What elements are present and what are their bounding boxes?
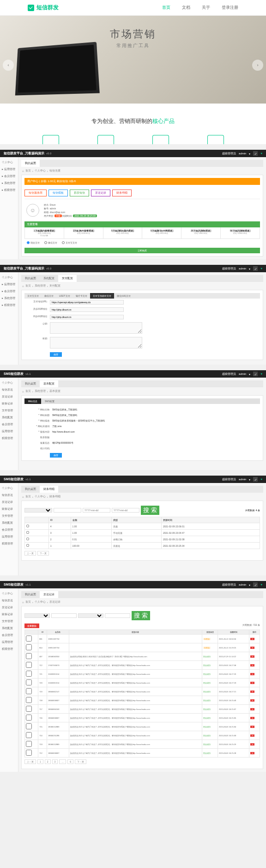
delete-button[interactable]: ✕ xyxy=(250,717,254,719)
search-input[interactable] xyxy=(54,508,81,513)
sidebar-top[interactable]: 个人中心 xyxy=(0,159,18,166)
form-input[interactable] xyxy=(50,300,124,305)
delete-button[interactable]: ✕ xyxy=(250,647,254,649)
nav-about[interactable]: 关于 xyxy=(202,5,210,11)
heart-icon[interactable]: ♥ xyxy=(260,478,262,481)
chevron-down-icon[interactable]: ▾ xyxy=(249,267,250,270)
row-checkbox[interactable] xyxy=(26,525,29,527)
row-checkbox[interactable] xyxy=(26,732,32,738)
row-checkbox[interactable] xyxy=(26,662,32,668)
page-link[interactable]: 上一页 xyxy=(24,759,36,764)
row-checkbox[interactable] xyxy=(26,750,32,756)
delete-button[interactable]: ✕ xyxy=(250,638,254,640)
home-icon[interactable]: ⌂ xyxy=(22,495,24,498)
rtab-finance[interactable]: 财务明细 xyxy=(112,189,132,196)
sidebar-item[interactable]: ▸ 系统管理 xyxy=(0,180,18,187)
save-button[interactable]: 保存 xyxy=(50,453,62,458)
carousel-next[interactable]: › xyxy=(252,60,263,71)
expand-icon[interactable]: ⤢ xyxy=(253,151,258,156)
delete-button[interactable]: ✕ xyxy=(250,708,254,710)
delete-button[interactable]: ✕ xyxy=(250,691,254,693)
date-end[interactable] xyxy=(112,508,139,513)
pay-alipay[interactable]: 支付宝支付 xyxy=(62,241,77,244)
delete-button[interactable]: ✕ xyxy=(250,682,254,684)
home-icon[interactable]: ⌂ xyxy=(22,285,24,287)
expand-icon[interactable]: ⤢ xyxy=(253,372,258,376)
heart-icon[interactable]: ♥ xyxy=(260,267,262,270)
save-button[interactable]: 保存 xyxy=(50,352,62,357)
form-textarea[interactable] xyxy=(50,322,142,334)
pay-wechat[interactable]: 微信支付 xyxy=(44,241,57,244)
admin-user[interactable]: admin xyxy=(239,152,246,155)
page-link[interactable]: 下一页 xyxy=(75,759,86,764)
tab[interactable]: 支付配置 xyxy=(58,275,77,282)
page-link[interactable]: 6 xyxy=(67,759,73,764)
page-link[interactable]: 2 xyxy=(45,759,51,764)
date-start[interactable] xyxy=(83,508,110,513)
carousel-prev[interactable]: ‹ xyxy=(3,60,14,71)
heart-icon[interactable]: ♥ xyxy=(260,583,262,586)
row-checkbox[interactable] xyxy=(26,538,29,540)
chevron-down-icon[interactable]: ▾ xyxy=(249,478,250,481)
tab-desktop[interactable]: 我的桌面 xyxy=(21,160,40,167)
status-select[interactable] xyxy=(78,613,103,618)
search-input[interactable] xyxy=(51,613,77,618)
row-checkbox[interactable] xyxy=(26,723,32,729)
package[interactable]: 1万条[海外套餐通道]价格:2000.00元 xyxy=(64,227,103,238)
row-checkbox[interactable] xyxy=(26,741,32,747)
sidebar-item[interactable]: ▸ 应用管理 xyxy=(0,166,18,173)
delete-button[interactable]: ✕ xyxy=(250,699,254,702)
delete-button[interactable]: ✕ xyxy=(250,664,254,666)
row-checkbox[interactable] xyxy=(26,715,32,721)
pay-cash[interactable]: 现金支付 xyxy=(27,241,40,244)
page-link[interactable]: 1 xyxy=(37,759,43,764)
expand-icon[interactable]: ⤢ xyxy=(253,266,258,271)
home-icon[interactable]: ⌂ xyxy=(22,390,24,393)
delete-button[interactable]: ✕ xyxy=(250,743,254,746)
row-checkbox[interactable] xyxy=(26,644,32,650)
sidebar-item[interactable]: ▸ 会员管理 xyxy=(0,173,18,180)
chevron-down-icon[interactable]: ▾ xyxy=(249,152,250,155)
rtab-template[interactable]: 短信模板 xyxy=(48,189,68,196)
nav-login[interactable]: 登录注册 xyxy=(222,5,238,11)
nav-home[interactable]: 首页 xyxy=(162,5,170,11)
row-checkbox[interactable] xyxy=(26,688,32,694)
bulk-delete-button[interactable]: 批量删除 xyxy=(24,623,39,628)
nav-docs[interactable]: 文档 xyxy=(182,5,190,11)
sidebar-item[interactable]: ▸ 权限管理 xyxy=(0,187,18,194)
row-checkbox[interactable] xyxy=(26,653,32,659)
heart-icon[interactable]: ♥ xyxy=(260,152,262,155)
delete-button[interactable]: ✕ xyxy=(250,726,254,728)
row-checkbox[interactable] xyxy=(26,679,32,685)
chevron-down-icon[interactable]: ▾ xyxy=(249,583,250,587)
form-input[interactable] xyxy=(50,307,124,312)
page-next[interactable]: 下一页 xyxy=(37,551,49,556)
row-checkbox[interactable] xyxy=(26,636,32,642)
tab[interactable]: 我的桌面 xyxy=(21,275,40,282)
heart-icon[interactable]: ♥ xyxy=(260,373,262,375)
expand-icon[interactable]: ⤢ xyxy=(253,582,258,587)
row-checkbox[interactable] xyxy=(26,544,29,547)
form-textarea[interactable] xyxy=(50,337,142,348)
search-select[interactable] xyxy=(24,613,50,618)
delete-button[interactable]: ✕ xyxy=(250,752,254,754)
rtab-log[interactable]: 发送记录 xyxy=(91,189,110,196)
row-checkbox[interactable] xyxy=(26,697,32,703)
delete-button[interactable]: ✕ xyxy=(250,673,254,675)
page-link[interactable]: 3 xyxy=(52,759,58,764)
package[interactable]: 20万条[无限制通道]价格:5000.00元 xyxy=(181,227,221,238)
logo[interactable]: 短信群发 xyxy=(28,4,59,12)
rtab-bulk[interactable]: 群发短信 xyxy=(70,189,89,196)
tab[interactable]: 系统配置 xyxy=(40,275,58,282)
row-checkbox[interactable] xyxy=(26,671,32,677)
submit-button[interactable]: 立即购买 xyxy=(24,248,260,253)
date-input[interactable] xyxy=(105,613,130,618)
package[interactable]: 1万条[国内套餐通道]价格:1000.00元0.1元/1条 xyxy=(25,227,64,238)
search-select[interactable] xyxy=(24,508,52,513)
row-checkbox[interactable] xyxy=(26,706,32,712)
package[interactable]: 5万条[限5次国内通道]价格:1500.00元 xyxy=(103,227,143,238)
package[interactable]: 50万条[无限制通道]价格:10000.00元 xyxy=(221,227,260,238)
delete-button[interactable]: ✕ xyxy=(250,655,254,658)
search-button[interactable]: 搜 索 xyxy=(132,611,150,620)
search-button[interactable]: 搜 索 xyxy=(141,506,159,515)
